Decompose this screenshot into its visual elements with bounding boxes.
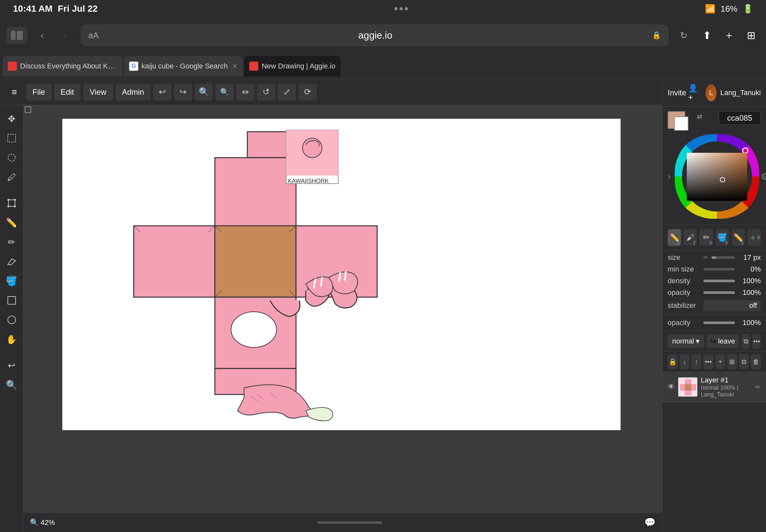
sidebar-toggle-button[interactable] bbox=[6, 27, 27, 44]
svg-rect-45 bbox=[685, 379, 691, 384]
density-slider[interactable] bbox=[703, 278, 735, 284]
pencil-tool[interactable]: ✏ bbox=[3, 234, 20, 250]
refresh-canvas-button[interactable]: ⟳ bbox=[298, 84, 317, 101]
reload-button[interactable]: ↻ bbox=[675, 27, 692, 44]
tab-3-favicon bbox=[249, 62, 258, 71]
reset-button[interactable]: ↺ bbox=[257, 84, 275, 101]
view-menu-button[interactable]: View bbox=[83, 84, 113, 101]
svg-point-40 bbox=[744, 149, 747, 152]
color-settings-button[interactable]: ⚙ bbox=[761, 171, 766, 182]
size-edit-button[interactable]: ✏ bbox=[703, 254, 708, 261]
tab-3[interactable]: New Drawing | Aggie.io bbox=[244, 56, 340, 77]
pen-tool[interactable]: 🖊 bbox=[3, 169, 20, 186]
canvas-area[interactable]: KAWAIISHORK bbox=[23, 105, 662, 513]
redo-button[interactable]: ↪ bbox=[174, 84, 192, 101]
layer-up-button[interactable]: ↑ bbox=[691, 354, 701, 369]
brush-tool-2[interactable]: 🖌 2 bbox=[684, 229, 697, 246]
move-tool[interactable]: ✥ bbox=[3, 110, 20, 127]
svg-point-8 bbox=[14, 206, 16, 207]
share-button[interactable]: ⬆ bbox=[699, 27, 715, 44]
brush-tool-1[interactable]: ✏️ 1 bbox=[668, 229, 681, 246]
size-slider[interactable] bbox=[711, 254, 735, 261]
layer-add-button[interactable]: + bbox=[715, 354, 725, 369]
tab-2-close[interactable]: ✕ bbox=[232, 62, 237, 70]
size-value: 17 px bbox=[738, 253, 761, 262]
zoom-level[interactable]: 🔍 42% bbox=[30, 518, 55, 527]
new-tab-button[interactable]: ＋ bbox=[721, 27, 737, 44]
status-bar: 10:41 AM Fri Jul 22 📶 16% 🔋 bbox=[0, 0, 766, 18]
fill-tool[interactable]: 🪣 bbox=[3, 272, 20, 289]
edit-menu-button[interactable]: Edit bbox=[54, 84, 80, 101]
invite-button[interactable]: Invite 👤+ bbox=[668, 84, 698, 102]
leave-button[interactable]: ↪ leave bbox=[707, 334, 739, 348]
drawing-canvas: KAWAIISHORK bbox=[62, 119, 621, 430]
svg-text:KAWAIISHORK: KAWAIISHORK bbox=[288, 178, 329, 184]
forward-button[interactable]: › bbox=[57, 27, 74, 44]
svg-point-17 bbox=[231, 312, 276, 347]
admin-menu-button[interactable]: Admin bbox=[115, 84, 151, 101]
hand-tool[interactable]: ✋ bbox=[3, 331, 20, 348]
layer-lock-button[interactable]: 🔒 bbox=[668, 354, 678, 369]
select-rect-tool[interactable] bbox=[3, 130, 20, 147]
back-button[interactable]: ‹ bbox=[34, 27, 51, 44]
eraser-tool[interactable] bbox=[3, 253, 20, 270]
swap-colors-button[interactable]: ⇄ bbox=[697, 113, 702, 120]
add-brush-button[interactable]: ＋6 bbox=[748, 229, 761, 246]
color-section: ⇄ cca085 › bbox=[663, 107, 766, 225]
tab-1[interactable]: Discuss Everything About Kaiju Paradise … bbox=[3, 56, 123, 77]
min-size-slider[interactable] bbox=[703, 266, 735, 272]
select-lasso-tool[interactable] bbox=[3, 149, 20, 166]
zoom-value: 42% bbox=[41, 518, 55, 527]
menu-button[interactable]: ≡ bbox=[5, 83, 23, 101]
tab-2[interactable]: G kaiju cube - Google Search ✕ bbox=[124, 56, 243, 77]
layer-paste-button[interactable]: ⧉ bbox=[739, 354, 749, 369]
address-text: aggie.io bbox=[103, 30, 648, 41]
layer-edit-button[interactable]: ✏ bbox=[755, 383, 761, 391]
address-bar[interactable]: aA aggie.io 🔒 bbox=[80, 24, 669, 46]
layer-copy-button[interactable]: ⊞ bbox=[727, 354, 737, 369]
layer-opacity-value: 100% bbox=[738, 319, 761, 327]
layer-options-button[interactable]: ••• bbox=[703, 354, 713, 369]
layer-more-button[interactable]: ••• bbox=[752, 334, 761, 349]
layer-delete-button[interactable]: 🗑 bbox=[751, 354, 761, 369]
canvas-container[interactable]: KAWAIISHORK bbox=[62, 119, 621, 430]
layer-visibility-button[interactable]: 👁 bbox=[668, 383, 675, 391]
brush-tool-3[interactable]: ✏ 3 bbox=[699, 229, 713, 246]
undo-tool[interactable]: ↩ bbox=[3, 357, 20, 374]
tab-3-title: New Drawing | Aggie.io bbox=[261, 62, 335, 70]
color-wheel-container[interactable] bbox=[673, 133, 761, 220]
color-panel-collapse[interactable]: › bbox=[668, 171, 671, 182]
secondary-color-swatch[interactable] bbox=[674, 116, 688, 131]
brush-tool[interactable]: ✏️ bbox=[3, 214, 20, 231]
opacity-slider[interactable] bbox=[703, 289, 735, 296]
svg-rect-42 bbox=[687, 153, 747, 201]
chat-button[interactable]: 💬 bbox=[644, 517, 656, 528]
brush-tool-5[interactable]: ✏️ 5 bbox=[732, 229, 745, 246]
undo-button[interactable]: ↩ bbox=[153, 84, 171, 101]
flip-button[interactable]: ⇔ bbox=[236, 84, 254, 101]
layer-duplicate-button[interactable]: ⧉ bbox=[742, 334, 750, 349]
file-menu-button[interactable]: File bbox=[26, 84, 52, 101]
layer-down-button[interactable]: ↓ bbox=[680, 354, 690, 369]
opacity-value: 100% bbox=[738, 288, 761, 297]
blend-mode-button[interactable]: normal ▾ bbox=[668, 334, 704, 348]
svg-rect-2 bbox=[8, 134, 16, 142]
layer-opacity-slider[interactable] bbox=[703, 320, 735, 326]
scroll-indicator[interactable] bbox=[317, 521, 382, 524]
hex-color-input[interactable]: cca085 bbox=[719, 111, 761, 125]
tab-switcher-button[interactable]: ⊞ bbox=[743, 27, 760, 44]
zoom-in-button[interactable]: 🔍 bbox=[195, 84, 213, 101]
zoom-out-button[interactable]: 🔍 bbox=[215, 84, 234, 101]
svg-rect-47 bbox=[685, 391, 691, 395]
tab-1-title: Discuss Everything About Kaiju Paradise … bbox=[20, 62, 117, 70]
min-size-label: min size bbox=[668, 265, 700, 273]
svg-point-7 bbox=[8, 206, 9, 207]
fullscreen-button[interactable]: ⤢ bbox=[278, 84, 296, 101]
brush-tool-4[interactable]: 🪣 4 bbox=[716, 229, 729, 246]
shape-rect-tool[interactable] bbox=[3, 292, 20, 309]
search-tool[interactable]: 🔍 bbox=[3, 376, 20, 393]
invite-icon: 👤+ bbox=[688, 84, 698, 102]
tool-panel: ✥ 🖊 ✏️ ✏ 🪣 ✋ ↩ bbox=[0, 105, 23, 532]
shape-circle-tool[interactable] bbox=[3, 311, 20, 328]
transform-tool[interactable] bbox=[3, 195, 20, 212]
